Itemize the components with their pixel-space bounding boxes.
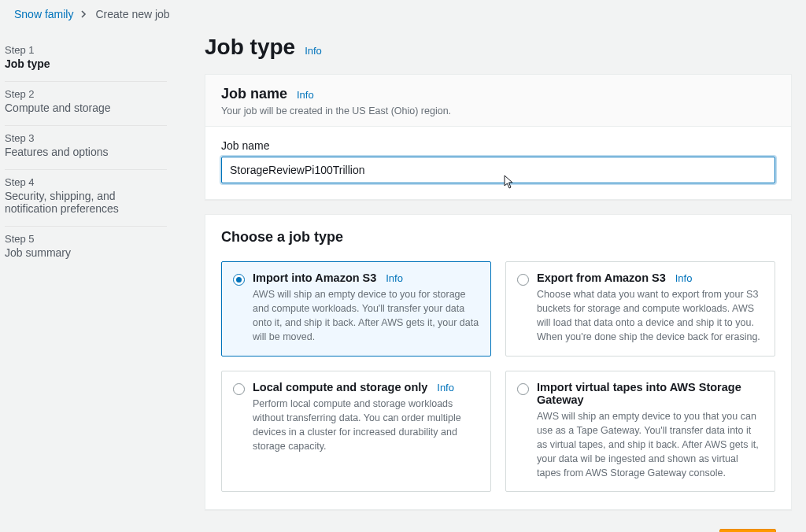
step-title: Security, shipping, and notification pre… [5, 188, 167, 215]
option-desc: AWS will ship an empty device to you tha… [537, 409, 763, 481]
step-num: Step 1 [5, 44, 167, 56]
option-title: Export from Amazon S3 [537, 272, 666, 284]
option-desc: Choose what data you want to export from… [537, 287, 763, 345]
job-name-input[interactable] [221, 157, 775, 183]
radio-icon [517, 274, 529, 286]
page-title: Job type [205, 35, 295, 60]
radio-icon [233, 274, 245, 286]
step-title: Features and options [5, 144, 167, 158]
wizard-sidebar: Step 1 Job type Step 2 Compute and stora… [0, 24, 181, 532]
step-num: Step 4 [5, 176, 167, 188]
option-info-link[interactable]: Info [437, 382, 454, 393]
sidebar-step-4[interactable]: Step 4 Security, shipping, and notificat… [5, 170, 167, 227]
breadcrumb-root-link[interactable]: Snow family [14, 8, 73, 20]
main-content: Job type Info Job name Info Your job wil… [181, 24, 806, 532]
job-name-info-link[interactable]: Info [297, 89, 314, 101]
step-title: Job type [5, 56, 167, 70]
job-type-option-virtual-tapes[interactable]: Import virtual tapes into AWS Storage Ga… [505, 371, 775, 493]
breadcrumb: Snow family Create new job [0, 0, 806, 24]
sidebar-step-3[interactable]: Step 3 Features and options [5, 126, 167, 170]
option-desc: Perform local compute and storage worklo… [253, 397, 479, 454]
job-type-panel: Choose a job type Import into Amazon S3 … [205, 214, 792, 510]
step-title: Compute and storage [5, 100, 167, 114]
option-title: Import into Amazon S3 [253, 272, 376, 284]
breadcrumb-current: Create new job [95, 8, 169, 20]
step-title: Job summary [5, 245, 167, 259]
radio-icon [233, 383, 245, 395]
option-title: Local compute and storage only [253, 381, 427, 393]
job-type-option-local-compute[interactable]: Local compute and storage only Info Perf… [221, 371, 491, 493]
next-button[interactable]: Next [719, 529, 776, 532]
wizard-footer: Cancel Next [205, 524, 792, 532]
step-num: Step 3 [5, 132, 167, 144]
job-type-option-import-s3[interactable]: Import into Amazon S3 Info AWS will ship… [221, 261, 491, 357]
option-title: Import virtual tapes into AWS Storage Ga… [537, 381, 741, 406]
page-info-link[interactable]: Info [305, 45, 322, 57]
job-type-option-export-s3[interactable]: Export from Amazon S3 Info Choose what d… [505, 261, 775, 357]
sidebar-step-1[interactable]: Step 1 Job type [5, 38, 167, 82]
job-name-label: Job name [221, 139, 775, 152]
option-info-link[interactable]: Info [675, 272, 693, 284]
option-desc: AWS will ship an empty device to you for… [253, 287, 479, 345]
cancel-button[interactable]: Cancel [642, 529, 710, 532]
step-num: Step 2 [5, 88, 167, 100]
radio-icon [517, 383, 529, 395]
job-name-panel: Job name Info Your job will be created i… [205, 74, 792, 200]
job-type-heading: Choose a job type [221, 229, 775, 246]
sidebar-step-5[interactable]: Step 5 Job summary [5, 227, 167, 270]
option-info-link[interactable]: Info [386, 272, 403, 284]
step-num: Step 5 [5, 233, 167, 245]
sidebar-step-2[interactable]: Step 2 Compute and storage [5, 82, 167, 126]
job-name-sub: Your job will be created in the US East … [221, 105, 775, 116]
chevron-right-icon [81, 8, 87, 20]
job-name-heading: Job name [221, 86, 287, 102]
